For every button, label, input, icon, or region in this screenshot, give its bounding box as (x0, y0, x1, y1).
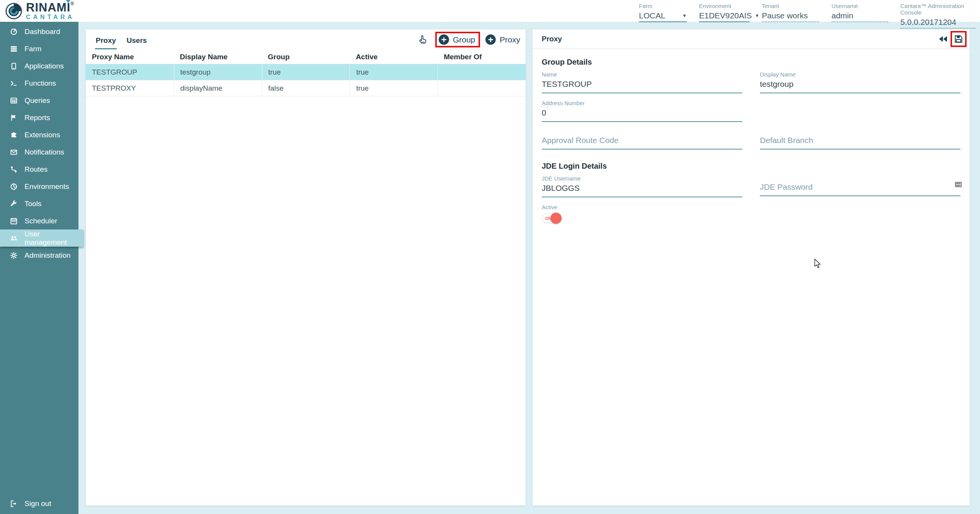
column-header: Member Of (438, 50, 526, 64)
cell-display-name[interactable]: testgroup (174, 64, 262, 80)
name-field[interactable]: Name TESTGROUP (542, 71, 742, 93)
column-header: Active (350, 50, 438, 64)
sidebar: Dashboard Farm Applications Functions Qu… (0, 22, 78, 514)
column-header: Group (262, 50, 350, 64)
sidebar-item-label: Applications (24, 62, 64, 70)
environments-icon (10, 183, 18, 190)
sidebar-item-routes[interactable]: Routes (0, 161, 78, 178)
username-field[interactable]: Username admin (831, 0, 888, 22)
sidebar-item-environments[interactable]: Environments (0, 178, 78, 195)
address-number-field[interactable]: Address Number 0 (542, 100, 742, 122)
panel-title: Proxy (542, 35, 562, 43)
cell-proxy-name[interactable]: TESTGROUP (86, 64, 174, 80)
tenant-field[interactable]: Tenant Pause works (762, 0, 819, 22)
jde-username-label: JDE Username (542, 175, 742, 182)
cell-proxy-name[interactable]: TESTPROXY (86, 80, 174, 96)
cell-group[interactable]: false (262, 80, 350, 96)
sign-out-label: Sign out (24, 499, 51, 508)
tools-icon (10, 200, 18, 208)
name-value[interactable]: TESTGROUP (542, 78, 742, 93)
add-group-button[interactable]: + Group (439, 34, 475, 45)
tab-users[interactable]: Users (126, 30, 148, 49)
sidebar-item-functions[interactable]: Functions (0, 75, 78, 92)
add-proxy-button[interactable]: + Proxy (485, 34, 520, 45)
display-name-field[interactable]: Display Name testgroup (760, 71, 960, 93)
sidebar-item-label: Functions (24, 79, 56, 88)
console-version-field: Cantara™ Administration Console 5.0.0.20… (900, 0, 975, 22)
sidebar-item-label: Routes (24, 165, 47, 174)
sidebar-item-label: Administration (24, 251, 70, 260)
sidebar-item-farm[interactable]: Farm (0, 40, 78, 57)
cantara-admin-console: RINAMI® CANTARA Farm LOCAL▼ Environment … (0, 0, 980, 514)
add-proxy-label: Proxy (500, 35, 520, 44)
reports-icon (10, 114, 18, 122)
farm-label: Farm (639, 3, 687, 9)
address-number-value[interactable]: 0 (542, 106, 742, 122)
proxy-table: Proxy Name Display Name Group Active Mem… (86, 50, 526, 96)
sidebar-item-applications[interactable]: Applications (0, 57, 78, 75)
column-header: Proxy Name (86, 50, 174, 64)
name-label: Name (542, 71, 742, 78)
sidebar-item-notifications[interactable]: Notifications (0, 143, 78, 161)
jde-password-field[interactable]: JDE Password (760, 181, 960, 197)
sidebar-item-label: Queries (24, 96, 50, 105)
logo-brand: RINAMI (26, 1, 70, 14)
rewind-icon (938, 35, 948, 43)
rewind-button[interactable] (938, 34, 949, 44)
sidebar-item-label: Tools (24, 200, 41, 208)
cell-active[interactable]: true (350, 64, 438, 80)
user-management-icon (10, 234, 18, 242)
jde-username-field[interactable]: JDE Username JBLOGGS (542, 175, 742, 197)
approval-route-code-input[interactable]: Approval Route Code (542, 134, 742, 150)
top-bar: RINAMI® CANTARA Farm LOCAL▼ Environment … (0, 0, 980, 22)
sidebar-item-dashboard[interactable]: Dashboard (0, 23, 78, 40)
default-branch-field[interactable]: Default Branch (760, 134, 960, 150)
cell-member-of[interactable] (438, 80, 526, 96)
farm-select[interactable]: Farm LOCAL▼ (639, 0, 687, 22)
display-name-label: Display Name (760, 71, 960, 78)
cell-display-name[interactable]: displayName (174, 80, 262, 96)
tab-bar: Proxy Users (95, 30, 148, 49)
sidebar-item-extensions[interactable]: Extensions (0, 126, 78, 143)
toggle-knob[interactable] (550, 213, 562, 224)
registered-mark: ® (70, 1, 74, 7)
default-branch-input[interactable]: Default Branch (760, 134, 960, 150)
cell-member-of[interactable] (438, 64, 526, 80)
sign-out-button[interactable]: Sign out (0, 495, 78, 512)
sidebar-item-label: Environments (24, 182, 69, 191)
sidebar-item-reports[interactable]: Reports (0, 109, 78, 126)
sidebar-item-queries[interactable]: Queries (0, 92, 78, 109)
add-group-label: Group (453, 35, 475, 44)
applications-icon (10, 62, 18, 70)
active-toggle[interactable]: ON (542, 213, 561, 223)
sidebar-item-scheduler[interactable]: Scheduler (0, 212, 78, 229)
table-row-testgroup[interactable]: TESTGROUP testgroup true true (86, 64, 526, 80)
display-name-value[interactable]: testgroup (760, 78, 960, 93)
tab-proxy[interactable]: Proxy (95, 30, 117, 49)
environment-select[interactable]: Environment E1DEV920AIS▼ (699, 0, 750, 22)
chevron-down-icon: ▼ (682, 13, 687, 18)
notifications-icon (10, 148, 18, 156)
jde-username-value[interactable]: JBLOGGS (542, 182, 742, 197)
active-label: Active (542, 204, 960, 210)
rinami-logo-icon (5, 2, 23, 20)
sidebar-item-label: Dashboard (24, 28, 60, 36)
active-field: Active ON (542, 204, 960, 223)
save-button[interactable] (953, 33, 964, 45)
table-row-testproxy[interactable]: TESTPROXY displayName false true (86, 80, 526, 96)
sidebar-item-label: Reports (24, 114, 50, 122)
cell-active[interactable]: true (350, 80, 438, 96)
approval-route-code-field[interactable]: Approval Route Code (542, 134, 742, 150)
annotation-highlight-group: + Group (435, 32, 480, 47)
group-details-heading: Group Details (542, 58, 960, 67)
sidebar-item-administration[interactable]: Administration (0, 247, 78, 264)
plus-icon: + (485, 34, 496, 45)
functions-icon (10, 80, 18, 87)
cell-group[interactable]: true (262, 64, 350, 80)
keyboard-icon[interactable] (955, 181, 962, 189)
jde-password-input[interactable]: JDE Password (760, 181, 960, 196)
console-version-label: Cantara™ Administration Console (900, 3, 975, 16)
sidebar-item-tools[interactable]: Tools (0, 195, 78, 212)
hand-pointer-icon[interactable] (417, 33, 430, 47)
sidebar-item-user-management[interactable]: User management (0, 229, 83, 247)
